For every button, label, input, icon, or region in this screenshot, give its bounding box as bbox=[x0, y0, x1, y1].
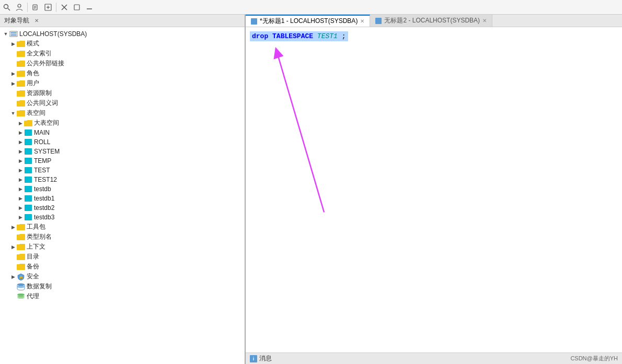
tree-item-security[interactable]: ▶ 🔒 安全 bbox=[0, 272, 245, 281]
right-panel: *无标题1 - LOCALHOST(SYSDBA) ✕ 无标题2 - LOCAL… bbox=[246, 15, 622, 364]
tab-1-label: *无标题1 - LOCALHOST(SYSDBA) bbox=[260, 17, 358, 26]
toolbar-icon-maximize[interactable] bbox=[72, 3, 82, 12]
arrow-testdb1: ▶ bbox=[17, 196, 24, 201]
arrow-user: ▶ bbox=[9, 81, 17, 86]
svg-rect-22 bbox=[25, 167, 32, 173]
tree-label-main: MAIN bbox=[34, 129, 50, 136]
svg-rect-27 bbox=[25, 214, 32, 220]
tab-2[interactable]: 无标题2 - LOCALHOST(SYSDBA) ✕ bbox=[370, 15, 492, 27]
tree-item-replication[interactable]: ▶ 数据复制 bbox=[0, 281, 245, 291]
tree-label-catalog: 目录 bbox=[27, 252, 39, 261]
arrow-test: ▶ bbox=[17, 168, 24, 173]
tab-2-close[interactable]: ✕ bbox=[482, 18, 487, 24]
arrow-main: ▶ bbox=[17, 130, 24, 135]
folder-external-icon bbox=[17, 60, 25, 68]
svg-point-33 bbox=[17, 297, 25, 299]
keyword-drop: drop bbox=[252, 32, 268, 40]
arrow-context: ▶ bbox=[9, 244, 17, 250]
arrow-role: ▶ bbox=[9, 71, 17, 76]
tree-item-testdb3[interactable]: ▶ testdb3 bbox=[0, 213, 245, 222]
tree-item-roll[interactable]: ▶ ROLL bbox=[0, 137, 245, 147]
folder-tablespace-icon bbox=[17, 109, 25, 118]
svg-text:🔒: 🔒 bbox=[19, 275, 24, 279]
tree-item-context[interactable]: ▶ 上下文 bbox=[0, 242, 245, 252]
arrow-testdb3: ▶ bbox=[17, 215, 24, 220]
tree-label-root: LOCALHOST(SYSDBA) bbox=[19, 30, 87, 38]
arrow-fulltext: ▶ bbox=[9, 51, 17, 56]
toolbar-icon-edit[interactable] bbox=[31, 3, 40, 12]
tree-item-fulltext[interactable]: ▶ 全文索引 bbox=[0, 49, 245, 58]
panel-tab: 对象导航 ✕ bbox=[0, 15, 245, 27]
panel-tab-close-icon[interactable]: ✕ bbox=[34, 18, 39, 24]
tree-item-testdb1[interactable]: ▶ testdb1 bbox=[0, 194, 245, 203]
tree-item-main[interactable]: ▶ MAIN bbox=[0, 128, 245, 137]
tree-item-testdb[interactable]: ▶ testdb bbox=[0, 184, 245, 194]
tree-item-test12[interactable]: ▶ TEST12 bbox=[0, 175, 245, 184]
tree-label-testdb2: testdb2 bbox=[34, 204, 54, 212]
arrow-replication: ▶ bbox=[9, 284, 17, 289]
toolbar-icon-search[interactable] bbox=[2, 3, 11, 12]
tab-1-close[interactable]: ✕ bbox=[360, 18, 364, 24]
tree-item-temp[interactable]: ▶ TEMP bbox=[0, 156, 245, 166]
tree-label-user: 用户 bbox=[27, 79, 39, 88]
tree-item-system[interactable]: ▶ SYSTEM bbox=[0, 147, 245, 156]
svg-point-2 bbox=[18, 4, 21, 7]
editor-area[interactable]: drop TABLESPACE TEST1 ; bbox=[246, 27, 622, 353]
toolbar-separator2 bbox=[56, 3, 56, 12]
tree-item-user[interactable]: ▶ 用户 bbox=[0, 78, 245, 88]
toolbar-icon-zoom[interactable] bbox=[43, 3, 53, 12]
svg-rect-25 bbox=[25, 195, 32, 202]
left-panel: 对象导航 ✕ ▼ LOCALHOST(SYSDBA) ▶ bbox=[0, 15, 246, 364]
tree-label-system: SYSTEM bbox=[34, 148, 60, 155]
tree-item-catalog[interactable]: ▶ 目录 bbox=[0, 252, 245, 262]
tree-item-resource[interactable]: ▶ 资源限制 bbox=[0, 88, 245, 98]
tree-item-synonym[interactable]: ▶ 公共同义词 bbox=[0, 98, 245, 108]
tree-item-testdb2[interactable]: ▶ testdb2 bbox=[0, 203, 245, 213]
tree-item-root[interactable]: ▼ LOCALHOST(SYSDBA) bbox=[0, 29, 245, 39]
db-agent-icon bbox=[17, 292, 25, 301]
tree-label-synonym: 公共同义词 bbox=[27, 99, 58, 108]
arrow-temp: ▶ bbox=[17, 158, 24, 163]
ts-testdb1-icon bbox=[24, 194, 32, 203]
shield-security-icon: 🔒 bbox=[17, 273, 25, 281]
panel-tab-title: 对象导航 bbox=[4, 16, 29, 25]
tree-item-agent[interactable]: ▶ 代理 bbox=[0, 291, 245, 301]
tree-item-bigtbs[interactable]: ▶ 大表空间 bbox=[0, 118, 245, 128]
tree-item-role[interactable]: ▶ 角色 bbox=[0, 68, 245, 78]
svg-point-0 bbox=[4, 4, 8, 8]
arrow-schema: ▶ bbox=[9, 41, 17, 46]
svg-rect-23 bbox=[25, 177, 32, 183]
arrow-testdb: ▶ bbox=[17, 186, 24, 192]
tree-item-schema[interactable]: ▶ 模式 bbox=[0, 39, 245, 49]
ts-test12-icon bbox=[24, 175, 32, 184]
tree-item-typealias[interactable]: ▶ 类型别名 bbox=[0, 232, 245, 242]
tree-item-external[interactable]: ▶ 公共外部链接 bbox=[0, 58, 245, 68]
folder-synonym-icon bbox=[17, 99, 25, 108]
tab-1[interactable]: *无标题1 - LOCALHOST(SYSDBA) ✕ bbox=[246, 15, 370, 27]
msg-icon: i bbox=[250, 355, 257, 362]
svg-point-17 bbox=[16, 32, 17, 33]
tab-1-icon bbox=[251, 18, 257, 25]
tree-item-test[interactable]: ▶ TEST bbox=[0, 166, 245, 175]
ts-system-icon bbox=[24, 147, 32, 156]
tree-item-backup[interactable]: ▶ 备份 bbox=[0, 262, 245, 272]
tree-item-tablespace[interactable]: ▼ 表空间 bbox=[0, 108, 245, 118]
toolbar-icon-user[interactable] bbox=[15, 3, 24, 12]
toolbar-icon-close[interactable] bbox=[60, 3, 69, 12]
tree-item-tools[interactable]: ▶ 工具包 bbox=[0, 222, 245, 232]
folder-tools-icon bbox=[17, 223, 25, 231]
folder-context-icon bbox=[17, 243, 25, 251]
folder-user-icon bbox=[17, 79, 25, 88]
svg-rect-14 bbox=[9, 31, 18, 37]
toolbar-separator bbox=[27, 3, 28, 12]
svg-rect-20 bbox=[25, 148, 32, 155]
object-name: TEST1 bbox=[317, 32, 338, 40]
bottom-bar: i 消息 CSDN@暴走的YH bbox=[246, 353, 622, 364]
arrow-tablespace: ▼ bbox=[9, 111, 17, 116]
folder-role-icon bbox=[17, 69, 25, 78]
tab-bar: *无标题1 - LOCALHOST(SYSDBA) ✕ 无标题2 - LOCAL… bbox=[246, 15, 622, 27]
tree-label-agent: 代理 bbox=[27, 292, 39, 301]
toolbar-icon-minimize[interactable] bbox=[85, 3, 94, 12]
arrow-backup: ▶ bbox=[9, 264, 17, 269]
arrow-roll: ▶ bbox=[17, 139, 24, 145]
